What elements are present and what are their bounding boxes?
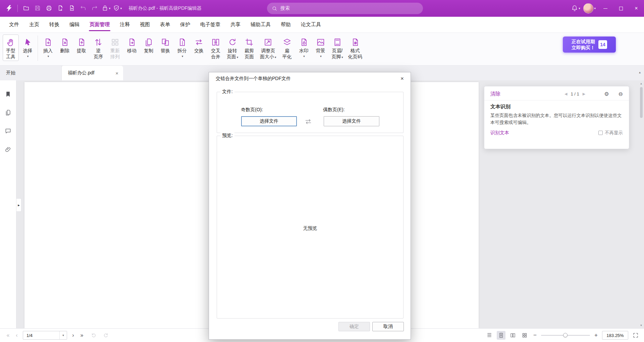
ribbon-tool-select[interactable]: 选择▾ bbox=[19, 35, 36, 59]
pages-panel-button[interactable] bbox=[3, 108, 13, 118]
zoom-in-button[interactable]: + bbox=[593, 332, 599, 339]
search-placeholder: 搜索 bbox=[280, 5, 290, 11]
recognize-text-link[interactable]: 识别文本 bbox=[490, 130, 509, 136]
fullscreen-icon bbox=[633, 332, 639, 338]
ribbon-tool-interleave-merge[interactable]: 交叉合并 bbox=[208, 35, 224, 61]
swap-arrows-icon bbox=[304, 118, 312, 126]
collapse-ribbon-icon[interactable]: ▴ bbox=[639, 70, 641, 74]
menu-edit[interactable]: 编辑 bbox=[64, 17, 85, 33]
tab-start[interactable]: 开始 bbox=[0, 66, 62, 80]
ribbon-tool-reverse-page-order[interactable]: 逆页序 bbox=[90, 35, 106, 61]
pages-icon bbox=[5, 109, 11, 117]
collapse-panel-icon[interactable]: ⊖ bbox=[619, 91, 623, 97]
verify-menu-button[interactable]: ▾ bbox=[112, 3, 123, 14]
doc-rotate-icon bbox=[228, 37, 237, 48]
vertical-scrollbar[interactable]: ▴ ▾ bbox=[639, 81, 644, 328]
minimize-button[interactable] bbox=[598, 0, 613, 17]
export-button[interactable] bbox=[55, 3, 66, 14]
comments-panel-button[interactable] bbox=[3, 127, 13, 137]
tab-document-active[interactable]: 福昕办公.pdf × bbox=[62, 66, 123, 80]
attachments-panel-button[interactable] bbox=[3, 145, 13, 155]
ribbon-tool-background[interactable]: 背景▾ bbox=[313, 35, 329, 59]
cancel-button[interactable]: 取消 bbox=[372, 322, 404, 331]
next-page-button[interactable]: › bbox=[69, 331, 77, 339]
menu-accessibility[interactable]: 辅助工具 bbox=[246, 17, 276, 33]
ribbon-tool-swap[interactable]: 交换 bbox=[191, 35, 207, 55]
dont-show-again[interactable]: 不再显示 bbox=[598, 130, 623, 136]
ribbon-tool-split[interactable]: 拆分▾ bbox=[174, 35, 190, 59]
scroll-up-icon[interactable]: ▴ bbox=[639, 81, 644, 86]
caret-down-icon[interactable]: ▾ bbox=[59, 331, 67, 339]
view-continuous-button[interactable] bbox=[485, 331, 494, 340]
ribbon-tool-move[interactable]: 移动 bbox=[124, 35, 140, 55]
buy-now-badge[interactable]: 正在试用期 立即购买！ 14 bbox=[563, 37, 616, 53]
scroll-down-icon[interactable]: ▾ bbox=[639, 323, 644, 328]
ribbon-tool-hand-tool[interactable]: 手型工具 bbox=[3, 35, 19, 61]
ribbon-tool-format-page-number[interactable]: 格式化页码 bbox=[346, 35, 364, 61]
maximize-button[interactable] bbox=[613, 0, 629, 17]
menu-convert[interactable]: 转换 bbox=[44, 17, 64, 33]
notifications-button[interactable]: ▾ bbox=[570, 3, 581, 14]
checkbox-icon[interactable] bbox=[598, 131, 603, 135]
clear-notifications-link[interactable]: 清除 bbox=[490, 91, 500, 97]
menu-help[interactable]: 帮助 bbox=[276, 17, 296, 33]
ribbon-tool-resize-pages[interactable]: 调整页面大小▾ bbox=[258, 35, 278, 62]
zoom-level-input[interactable]: 183.25% bbox=[602, 331, 628, 340]
zoom-out-button[interactable]: − bbox=[532, 332, 538, 339]
view-single-page-button[interactable] bbox=[497, 331, 505, 340]
menu-file[interactable]: 文件 bbox=[4, 17, 24, 33]
ribbon-tool-header-footer[interactable]: 页眉/页脚▾ bbox=[329, 35, 345, 62]
scrollbar-thumb[interactable] bbox=[640, 87, 643, 118]
print-button[interactable] bbox=[43, 3, 55, 14]
save-button bbox=[32, 3, 43, 14]
ribbon-tool-duplicate[interactable]: 复制 bbox=[141, 35, 157, 55]
menu-share[interactable]: 共享 bbox=[225, 17, 246, 33]
open-file-button[interactable] bbox=[20, 3, 32, 14]
view-grid-button[interactable] bbox=[520, 331, 529, 340]
caret-down-icon: ▾ bbox=[237, 56, 238, 59]
menu-home[interactable]: 主页 bbox=[24, 17, 44, 33]
odd-pages-label: 奇数页(O): bbox=[241, 107, 263, 113]
fullscreen-button[interactable] bbox=[631, 331, 640, 340]
ribbon-tool-insert[interactable]: 插入▾ bbox=[40, 35, 56, 59]
convert-button[interactable] bbox=[66, 3, 77, 14]
ribbon-tool-rotate-pages[interactable]: 旋转页面▾ bbox=[224, 35, 240, 62]
header-footer-icon bbox=[333, 37, 342, 48]
preview-group-label: 预览: bbox=[220, 133, 234, 139]
menu-protect[interactable]: 保护 bbox=[175, 17, 195, 33]
protect-menu-button[interactable]: ▾ bbox=[100, 3, 112, 14]
ribbon-tool-flatten[interactable]: 扁平化 bbox=[279, 35, 295, 61]
sidebar-expand-handle[interactable]: ▸ bbox=[16, 198, 21, 212]
ribbon-tool-watermark[interactable]: 水印▾ bbox=[296, 35, 312, 59]
menu-view[interactable]: 视图 bbox=[135, 17, 155, 33]
ribbon-tool-replace[interactable]: 替换 bbox=[157, 35, 173, 55]
search-box[interactable]: 搜索 bbox=[267, 3, 423, 14]
choose-even-file-button[interactable]: 选择文件 bbox=[324, 116, 379, 126]
tab-close-icon[interactable]: × bbox=[115, 70, 118, 76]
facing-view-icon bbox=[510, 332, 516, 338]
ribbon-tool-extract[interactable]: 提取 bbox=[73, 35, 90, 55]
dialog-close-button[interactable]: × bbox=[397, 74, 407, 84]
ribbon-tool-label: 手型工具 bbox=[6, 48, 15, 60]
view-facing-button[interactable] bbox=[508, 331, 517, 340]
dialog-titlebar[interactable]: 交错合并文件到一个单独的PDF文件 × bbox=[209, 72, 411, 85]
choose-odd-file-button[interactable]: 选择文件 bbox=[241, 116, 297, 126]
account-button[interactable]: ▾ bbox=[583, 3, 596, 13]
notification-settings-gear-icon[interactable]: ⚙ bbox=[604, 91, 609, 97]
ribbon-tool-delete[interactable]: 删除 bbox=[57, 35, 73, 55]
ribbon-tool-crop-pages[interactable]: 裁剪页面 bbox=[241, 35, 257, 61]
menu-paper-tools[interactable]: 论文工具 bbox=[296, 17, 326, 33]
menu-comment[interactable]: 注释 bbox=[115, 17, 135, 33]
menu-form[interactable]: 表单 bbox=[155, 17, 175, 33]
zoom-slider[interactable] bbox=[541, 331, 590, 339]
page-number-input[interactable]: 1/4 ▾ bbox=[23, 331, 67, 340]
close-window-button[interactable]: × bbox=[629, 0, 644, 17]
titlebar: ▾ ▾ 福昕办公.pdf - 福昕高级PDF编辑器 搜索 ▾ ▾ × bbox=[0, 0, 644, 17]
notification-pager: ◀ 1 / 1 ▶ ⚙ ⊖ bbox=[565, 91, 623, 97]
bookmarks-panel-button[interactable] bbox=[3, 90, 13, 100]
zoom-slider-thumb[interactable] bbox=[563, 333, 568, 337]
menu-page-management[interactable]: 页面管理 bbox=[85, 17, 115, 33]
ribbon-tool-label: 页眉/页脚▾ bbox=[331, 48, 343, 60]
menu-esign[interactable]: 电子签章 bbox=[195, 17, 225, 33]
last-page-button[interactable]: » bbox=[78, 331, 86, 339]
